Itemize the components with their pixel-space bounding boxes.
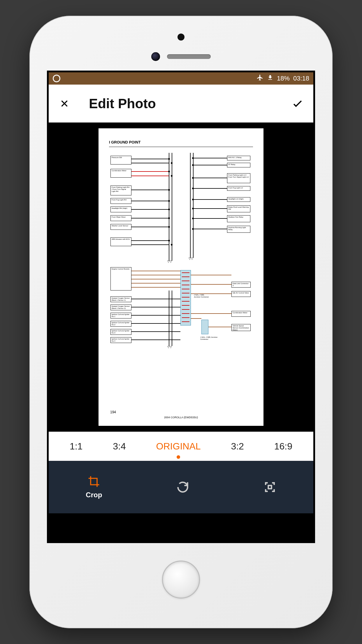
doc-rule — [109, 147, 253, 147]
front-camera — [151, 52, 160, 61]
tool-crop-label: Crop — [86, 491, 102, 499]
image-canvas[interactable]: I GROUND POINT ▽ ▽ ▽ ▽ Pressure SW — [49, 123, 313, 432]
document-preview: I GROUND POINT ▽ ▽ ▽ ▽ Pressure SW — [99, 128, 263, 426]
tool-frame[interactable] — [263, 481, 276, 494]
home-button[interactable] — [162, 561, 200, 598]
svg-rect-0 — [268, 486, 271, 489]
status-time: 03:18 — [293, 75, 309, 82]
tool-rotate[interactable] — [176, 481, 189, 494]
header: Edit Photo — [49, 85, 313, 123]
battery-percent: 18% — [277, 75, 290, 82]
close-button[interactable] — [57, 97, 71, 111]
ratio-3-4[interactable]: 3:4 — [113, 441, 126, 452]
airplane-icon — [256, 74, 263, 83]
ratio-1-1[interactable]: 1:1 — [70, 441, 82, 452]
tool-crop[interactable]: Crop — [86, 475, 102, 499]
page-model: 2004 COROLLA (EWD533U) — [99, 416, 263, 419]
phone-frame: 18% 03:18 Edit Photo I GROUND POINT — [29, 16, 333, 628]
ratio-16-9[interactable]: 16:9 — [274, 441, 292, 452]
confirm-button[interactable] — [291, 97, 305, 111]
status-bar: 18% 03:18 — [49, 72, 313, 85]
download-icon — [267, 74, 273, 83]
doc-section-title: I GROUND POINT — [109, 140, 253, 144]
shutter-icon — [53, 75, 60, 82]
ratio-3-2[interactable]: 3:2 — [231, 441, 244, 452]
aspect-ratio-bar: 1:1 3:4 ORIGINAL 3:2 16:9 — [49, 432, 313, 461]
earpiece-speaker — [167, 54, 211, 59]
circuit-upper: ▽ ▽ ▽ ▽ Pressure SW Combination Meter Fr… — [109, 153, 253, 261]
screen: 18% 03:18 Edit Photo I GROUND POINT — [47, 71, 315, 543]
page-title: Edit Photo — [89, 96, 156, 111]
tool-bar: Crop — [49, 461, 313, 513]
page-number: 194 — [110, 410, 116, 414]
ratio-original[interactable]: ORIGINAL — [156, 441, 201, 452]
circuit-lower: J 4(A), J 5(B) Junction Connector J 2(A)… — [109, 264, 253, 352]
proximity-sensor — [178, 34, 184, 41]
phone-top — [37, 24, 325, 71]
